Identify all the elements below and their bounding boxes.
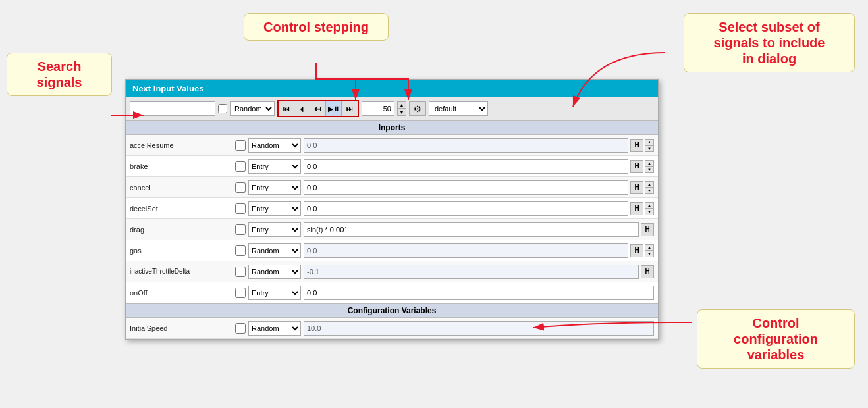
search-input[interactable] xyxy=(130,101,215,116)
h-button-gas[interactable]: H xyxy=(630,244,643,257)
skip-to-end-button[interactable]: ⏭ xyxy=(342,101,358,116)
row-spinner-decelSet: ▲ ▼ xyxy=(645,202,654,215)
skip-to-start-button[interactable]: ⏮ xyxy=(279,101,294,116)
row-mode-brake[interactable]: EntryRandom xyxy=(248,159,301,174)
signal-name-drag: drag xyxy=(130,226,235,234)
row-checkbox-cancel[interactable] xyxy=(235,182,246,193)
step-spin-down[interactable]: ▼ xyxy=(397,109,406,116)
dialog-titlebar: Next Input Values xyxy=(126,80,658,97)
h-button-drag[interactable]: H xyxy=(641,223,654,236)
next-input-values-dialog: Next Input Values Random Entry ⏮ ⏴ ↤ ▶⏸ … xyxy=(125,79,659,340)
config-section-header: Configuration Variables xyxy=(126,303,658,318)
row-spin-down-gas[interactable]: ▼ xyxy=(645,251,654,257)
row-spin-down-cancel[interactable]: ▼ xyxy=(645,188,654,194)
inports-section-header: Inports xyxy=(126,120,658,135)
row-spinner-gas: ▲ ▼ xyxy=(645,244,654,257)
row-mode-decelSet[interactable]: EntryRandom xyxy=(248,201,301,216)
row-checkbox-brake[interactable] xyxy=(235,161,246,172)
control-config-bubble: Controlconfigurationvariables xyxy=(697,309,855,369)
row-mode-inactiveThrottleDelta[interactable]: RandomEntry xyxy=(248,265,301,279)
row-mode-onOff[interactable]: EntryRandom xyxy=(248,286,301,300)
signal-name-onOff: onOff xyxy=(130,289,235,297)
row-value-brake[interactable] xyxy=(304,159,628,174)
signal-name-decelSet: decelSet xyxy=(130,205,235,213)
search-signals-bubble: Searchsignals xyxy=(7,53,112,96)
row-spin-up-cancel[interactable]: ▲ xyxy=(645,181,654,188)
signal-name-gas: gas xyxy=(130,247,235,255)
row-checkbox-gas[interactable] xyxy=(235,245,246,256)
h-button-decelSet[interactable]: H xyxy=(630,202,643,215)
h-button-inactiveThrottleDelta[interactable]: H xyxy=(641,265,654,278)
signal-name-InitialSpeed: InitialSpeed xyxy=(130,324,235,332)
table-row: drag EntryRandom H xyxy=(126,219,658,240)
row-checkbox-decelSet[interactable] xyxy=(235,203,246,214)
row-value-InitialSpeed[interactable] xyxy=(304,321,654,336)
table-row: accelResume RandomEntry H ▲ ▼ xyxy=(126,135,658,156)
row-value-onOff[interactable] xyxy=(304,286,654,300)
step-custom-button[interactable]: ↤ xyxy=(310,101,326,116)
row-spin-down-decelSet[interactable]: ▼ xyxy=(645,209,654,215)
row-checkbox-accelResume[interactable] xyxy=(235,140,246,151)
table-row: decelSet EntryRandom H ▲ ▼ xyxy=(126,198,658,219)
row-value-cancel[interactable] xyxy=(304,180,628,195)
row-value-drag[interactable] xyxy=(304,222,639,237)
step-spin-up[interactable]: ▲ xyxy=(397,101,406,109)
table-row: cancel EntryRandom H ▲ ▼ xyxy=(126,177,658,198)
row-value-accelResume[interactable] xyxy=(304,138,628,153)
row-spin-up-decelSet[interactable]: ▲ xyxy=(645,202,654,209)
row-mode-cancel[interactable]: EntryRandom xyxy=(248,180,301,195)
table-row: gas RandomEntry H ▲ ▼ xyxy=(126,240,658,261)
row-checkbox-drag[interactable] xyxy=(235,224,246,235)
row-mode-drag[interactable]: EntryRandom xyxy=(248,222,301,237)
row-spin-up-brake[interactable]: ▲ xyxy=(645,160,654,166)
row-spin-down-brake[interactable]: ▼ xyxy=(645,166,654,173)
step-back-button[interactable]: ⏴ xyxy=(294,101,310,116)
play-pause-button[interactable]: ▶⏸ xyxy=(326,101,342,116)
row-spin-up-gas[interactable]: ▲ xyxy=(645,244,654,251)
table-row: InitialSpeed RandomEntry xyxy=(126,318,658,339)
step-spinner: ▲ ▼ xyxy=(397,101,406,116)
row-mode-InitialSpeed[interactable]: RandomEntry xyxy=(248,321,301,336)
row-checkbox-onOff[interactable] xyxy=(235,288,246,298)
row-spin-down-accelResume[interactable]: ▼ xyxy=(645,145,654,152)
h-button-brake[interactable]: H xyxy=(630,160,643,173)
row-mode-gas[interactable]: RandomEntry xyxy=(248,243,301,258)
table-area: Inports accelResume RandomEntry H ▲ ▼ br… xyxy=(126,120,658,339)
toolbar-mode-dropdown[interactable]: Random Entry xyxy=(230,101,275,116)
signal-name-inactiveThrottleDelta: inactiveThrottleDelta xyxy=(130,268,235,275)
row-checkbox-inactiveThrottleDelta[interactable] xyxy=(235,267,246,277)
toolbar: Random Entry ⏮ ⏴ ↤ ▶⏸ ⏭ ▲ ▼ ⚙ default xyxy=(126,97,658,120)
inports-label: Inports xyxy=(379,123,406,132)
row-mode-accelResume[interactable]: RandomEntry xyxy=(248,138,301,153)
signal-name-brake: brake xyxy=(130,163,235,170)
row-spinner-brake: ▲ ▼ xyxy=(645,160,654,173)
gear-button[interactable]: ⚙ xyxy=(409,101,426,116)
signal-name-cancel: cancel xyxy=(130,184,235,191)
h-button-accelResume[interactable]: H xyxy=(630,139,643,152)
select-signals-bubble: Select subset ofsignals to includein dia… xyxy=(684,13,855,72)
control-stepping-bubble: Control stepping xyxy=(244,13,389,41)
row-spinner-cancel: ▲ ▼ xyxy=(645,181,654,194)
control-stepping-group: ⏮ ⏴ ↤ ▶⏸ ⏭ xyxy=(277,100,359,117)
config-label: Configuration Variables xyxy=(348,306,437,315)
row-value-gas[interactable] xyxy=(304,243,628,258)
table-row: brake EntryRandom H ▲ ▼ xyxy=(126,156,658,177)
toolbar-checkbox[interactable] xyxy=(218,104,227,113)
profile-dropdown[interactable]: default xyxy=(429,101,488,116)
h-button-cancel[interactable]: H xyxy=(630,181,643,194)
row-value-decelSet[interactable] xyxy=(304,201,628,216)
row-spin-up-accelResume[interactable]: ▲ xyxy=(645,139,654,145)
row-spinner-accelResume: ▲ ▼ xyxy=(645,139,654,152)
row-checkbox-InitialSpeed[interactable] xyxy=(235,323,246,334)
dialog-title: Next Input Values xyxy=(132,84,203,93)
table-row: inactiveThrottleDelta RandomEntry H xyxy=(126,261,658,282)
table-row: onOff EntryRandom xyxy=(126,282,658,303)
signal-name-accelResume: accelResume xyxy=(130,141,235,149)
step-value-input[interactable] xyxy=(362,101,394,116)
row-value-inactiveThrottleDelta[interactable] xyxy=(304,265,639,279)
